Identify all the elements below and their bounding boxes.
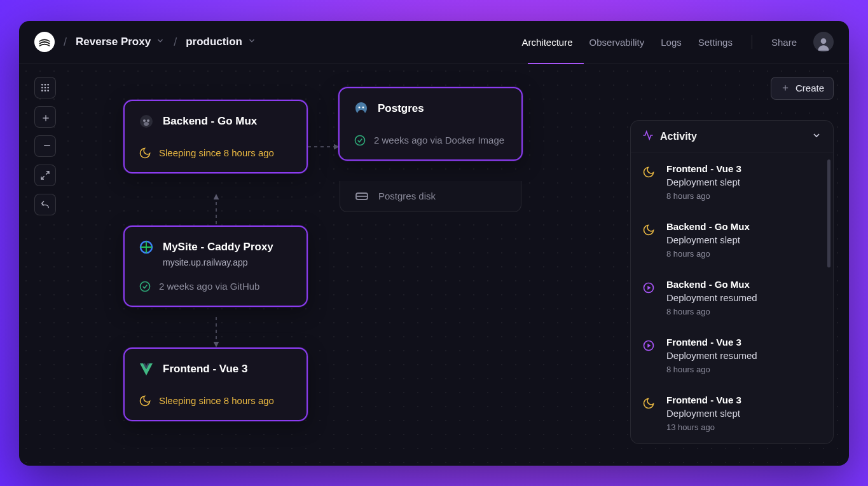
node-title: Backend - Go Mux bbox=[163, 115, 257, 128]
node-status-text: 2 weeks ago via GitHub bbox=[159, 281, 259, 292]
moon-icon bbox=[640, 163, 658, 201]
node-backend[interactable]: Backend - Go Mux Sleeping since 8 hours … bbox=[123, 100, 308, 173]
breadcrumb-env-label: production bbox=[186, 36, 242, 48]
activity-item-time: 13 hours ago bbox=[666, 422, 741, 432]
activity-item[interactable]: Backend - Go Mux Deployment resumed 8 ho… bbox=[631, 269, 833, 327]
activity-item-time: 8 hours ago bbox=[666, 365, 757, 374]
node-title: MySite - Caddy Proxy bbox=[163, 241, 273, 253]
breadcrumb-env[interactable]: production bbox=[186, 36, 256, 48]
play-circle-icon bbox=[640, 337, 658, 374]
activity-text: Frontend - Vue 3 Deployment slept 8 hour… bbox=[666, 163, 741, 201]
caddy-icon bbox=[139, 240, 154, 255]
vue-icon bbox=[139, 361, 154, 377]
activity-text: Backend - Go Mux Deployment resumed 8 ho… bbox=[666, 279, 757, 316]
svg-point-20 bbox=[362, 106, 364, 108]
nav-divider bbox=[752, 35, 752, 49]
breadcrumb-project-label: Reverse Proxy bbox=[76, 36, 151, 48]
svg-point-18 bbox=[144, 122, 149, 126]
moon-icon bbox=[139, 395, 151, 407]
moon-icon bbox=[139, 147, 151, 159]
svg-point-19 bbox=[359, 106, 361, 108]
postgres-icon bbox=[354, 101, 369, 116]
nav-logs[interactable]: Logs bbox=[661, 37, 682, 48]
avatar[interactable] bbox=[813, 32, 834, 52]
node-status-text: Sleeping since 8 hours ago bbox=[159, 395, 274, 406]
chevron-down-icon bbox=[156, 36, 165, 48]
activity-header[interactable]: Activity bbox=[631, 121, 833, 153]
activity-item[interactable]: Frontend - Vue 3 Deployment slept 8 hour… bbox=[631, 153, 833, 211]
svg-point-0 bbox=[821, 38, 827, 44]
canvas-area: ＋ － ＋ Create bbox=[19, 64, 849, 466]
node-status-text: 2 weeks ago via Docker Image bbox=[374, 135, 504, 145]
app-window: / Reverse Proxy / production Architectur… bbox=[19, 21, 849, 466]
nav-share[interactable]: Share bbox=[771, 37, 797, 48]
activity-text: Backend - Go Mux Deployment slept 8 hour… bbox=[666, 221, 750, 259]
node-title: Frontend - Vue 3 bbox=[163, 363, 248, 375]
activity-text: Frontend - Vue 3 Deployment resumed 8 ho… bbox=[666, 337, 757, 374]
svg-marker-29 bbox=[647, 343, 651, 348]
disk-icon bbox=[354, 189, 369, 204]
activity-item-title: Frontend - Vue 3 bbox=[666, 163, 741, 174]
node-subtitle: mysite.up.railway.app bbox=[163, 257, 293, 267]
activity-item-msg: Deployment slept bbox=[666, 408, 741, 419]
breadcrumb-project[interactable]: Reverse Proxy bbox=[76, 36, 165, 48]
node-status-text: Sleeping since 8 hours ago bbox=[159, 147, 274, 158]
activity-item-title: Backend - Go Mux bbox=[666, 221, 750, 232]
node-title: Postgres bbox=[378, 102, 424, 115]
check-circle-icon bbox=[139, 280, 151, 293]
nav: Architecture Observability Logs Settings… bbox=[521, 32, 834, 52]
activity-item[interactable]: Backend - Go Mux Deployment slept 8 hour… bbox=[631, 211, 833, 269]
app-logo[interactable] bbox=[34, 32, 55, 52]
nav-observability[interactable]: Observability bbox=[589, 37, 645, 48]
moon-icon bbox=[640, 395, 658, 432]
activity-title: Activity bbox=[660, 131, 697, 142]
svg-point-16 bbox=[143, 119, 146, 122]
svg-point-21 bbox=[355, 135, 365, 145]
activity-item-time: 8 hours ago bbox=[666, 249, 750, 259]
activity-panel: Activity Frontend - Vue 3 Deployment sle… bbox=[630, 120, 834, 444]
header: / Reverse Proxy / production Architectur… bbox=[19, 21, 849, 64]
activity-item-msg: Deployment resumed bbox=[666, 350, 757, 361]
activity-item-msg: Deployment slept bbox=[666, 177, 741, 187]
volume-label: Postgres disk bbox=[378, 191, 436, 201]
svg-marker-27 bbox=[647, 285, 651, 290]
breadcrumb-sep: / bbox=[174, 36, 177, 49]
breadcrumb-sep: / bbox=[64, 36, 67, 49]
chevron-down-icon bbox=[247, 36, 256, 48]
node-frontend[interactable]: Frontend - Vue 3 Sleeping since 8 hours … bbox=[123, 348, 308, 421]
activity-item-msg: Deployment slept bbox=[666, 234, 750, 245]
activity-item[interactable]: Frontend - Vue 3 Deployment resumed 8 ho… bbox=[631, 327, 833, 384]
activity-list[interactable]: Frontend - Vue 3 Deployment slept 8 hour… bbox=[631, 153, 833, 443]
activity-item-title: Frontend - Vue 3 bbox=[666, 337, 757, 348]
node-caddy[interactable]: MySite - Caddy Proxy mysite.up.railway.a… bbox=[123, 226, 308, 307]
volume-postgres-disk[interactable]: Postgres disk bbox=[340, 181, 521, 212]
check-circle-icon bbox=[354, 134, 366, 147]
scrollbar[interactable] bbox=[827, 159, 830, 267]
moon-icon bbox=[640, 221, 658, 259]
activity-item-title: Frontend - Vue 3 bbox=[666, 395, 741, 405]
chevron-down-icon bbox=[811, 130, 822, 143]
activity-item-msg: Deployment resumed bbox=[666, 292, 757, 303]
pulse-icon bbox=[642, 130, 654, 144]
play-circle-icon bbox=[640, 279, 658, 316]
node-postgres[interactable]: Postgres 2 weeks ago via Docker Image bbox=[338, 87, 523, 161]
activity-text: Frontend - Vue 3 Deployment slept 13 hou… bbox=[666, 395, 741, 432]
svg-point-17 bbox=[147, 119, 149, 122]
activity-item[interactable]: Frontend - Vue 3 Deployment slept 13 hou… bbox=[631, 384, 833, 442]
svg-point-25 bbox=[141, 281, 150, 291]
nav-settings[interactable]: Settings bbox=[698, 37, 733, 48]
gorilla-icon bbox=[139, 114, 154, 129]
activity-item-time: 8 hours ago bbox=[666, 191, 741, 201]
nav-architecture[interactable]: Architecture bbox=[521, 37, 572, 48]
activity-item-title: Backend - Go Mux bbox=[666, 279, 757, 290]
activity-item-time: 8 hours ago bbox=[666, 307, 757, 316]
